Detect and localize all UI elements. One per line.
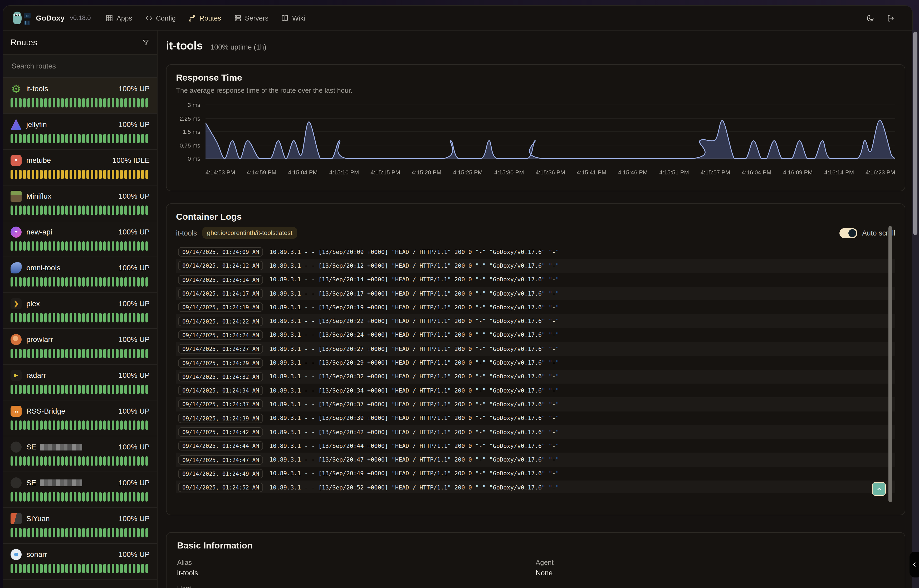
nav-item-wiki[interactable]: Wiki [281,14,305,22]
uptime-label: 100% uptime (1h) [210,43,266,51]
moon-icon [866,13,875,23]
field-value: it-tools [177,569,536,577]
log-scrollbar-thumb[interactable] [888,226,892,502]
x-tick-label: 4:15:41 PM [577,169,607,176]
x-tick-label: 4:14:53 PM [205,169,235,176]
log-timestamp: 09/14/2025, 01:24:34 AM [178,386,263,395]
x-tick-label: 4:15:10 PM [329,169,359,176]
x-tick-label: 4:15:30 PM [494,169,524,176]
log-timestamp: 09/14/2025, 01:24:52 AM [178,483,263,492]
route-item[interactable]: omni-tools100% UP [3,257,157,293]
log-timestamp: 09/14/2025, 01:24:42 AM [178,427,263,437]
route-name: new-api [26,228,52,236]
x-tick-label: 4:16:04 PM [742,169,772,176]
x-tick-label: 4:16:09 PM [783,169,813,176]
response-time-chart: 3 ms2.25 ms1.5 ms0.75 ms0 ms 4:14:53 PM4… [176,100,895,179]
auto-scroll-toggle[interactable] [840,228,858,238]
nav-item-config[interactable]: Config [145,14,176,22]
log-list: 09/14/2025, 01:24:09 AM10.89.3.1 - - [13… [176,245,895,493]
route-item[interactable]: ▶radarr100% UP [3,365,157,401]
letter-avatar-icon [11,477,22,488]
logs-meta-row: it-tools ghcr.io/corentinth/it-tools:lat… [176,227,895,239]
route-item[interactable]: sonarr100% UP [3,544,157,580]
redacted-name-pixelation [40,443,82,450]
uptime-bars [11,420,150,430]
route-item[interactable]: SE100% UP [3,472,157,508]
scroll-to-top-button[interactable] [872,482,886,496]
log-timestamp: 09/14/2025, 01:24:37 AM [178,400,263,409]
x-tick-label: 4:16:23 PM [866,169,895,176]
log-message: 10.89.3.1 - - [13/Sep/20:32 +0000] "HEAD… [270,373,559,380]
uptime-bars [11,205,150,215]
x-tick-label: 4:15:04 PM [288,169,318,176]
log-row: 09/14/2025, 01:24:47 AM10.89.3.1 - - [13… [176,453,895,467]
route-item[interactable]: ✦new-api100% UP [3,221,157,257]
route-item[interactable]: SE100% UP [3,436,157,472]
log-timestamp: 09/14/2025, 01:24:39 AM [178,414,263,423]
log-row: 09/14/2025, 01:24:52 AM10.89.3.1 - - [13… [176,480,895,493]
gopher-mascot-icon [13,11,22,24]
log-message: 10.89.3.1 - - [13/Sep/20:22 +0000] "HEAD… [270,318,559,325]
y-tick-label: 3 ms [187,102,200,108]
route-list: ⚙it-tools100% UPjellyfin100% UP▼metube10… [3,78,157,588]
logout-button[interactable] [886,13,895,23]
nav-item-apps[interactable]: Apps [106,14,132,22]
page-scrollbar-thumb[interactable] [913,32,917,235]
log-row: 09/14/2025, 01:24:42 AM10.89.3.1 - - [13… [176,425,895,439]
log-timestamp: 09/14/2025, 01:24:09 AM [178,247,263,257]
log-timestamp: 09/14/2025, 01:24:27 AM [178,344,263,354]
log-row: 09/14/2025, 01:24:37 AM10.89.3.1 - - [13… [176,397,895,412]
nav-item-routes[interactable]: Routes [188,14,221,22]
theme-toggle-button[interactable] [866,13,875,23]
basic-info-card: Basic Information Alias it-tools Agent N… [166,532,905,588]
chevron-up-icon [875,486,882,493]
y-tick-label: 2.25 ms [180,115,200,121]
route-name: SiYuan [26,514,50,523]
y-tick-label: 0.75 ms [180,142,200,148]
field-label: Agent [536,559,894,566]
route-item[interactable]: prowlarr100% UP [3,329,157,365]
jellyfin-icon [11,119,22,130]
log-timestamp: 09/14/2025, 01:24:49 AM [178,469,263,478]
plex-icon: ❯ [11,298,22,309]
chart-plot-area [205,100,895,167]
log-row: 09/14/2025, 01:24:32 AM10.89.3.1 - - [13… [176,370,895,384]
x-tick-label: 4:16:14 PM [824,169,854,176]
log-message: 10.89.3.1 - - [13/Sep/20:14 +0000] "HEAD… [270,276,559,283]
uptime-bars [11,313,150,323]
uptime-bars [11,241,150,251]
route-status: 100% UP [119,514,150,523]
route-item[interactable]: ▼metube100% IDLE [3,150,157,186]
prowlarr-icon [11,334,22,345]
page-scrollbar[interactable] [912,30,919,588]
radarr-icon: ▶ [11,370,22,381]
field-label: Alias [177,559,536,566]
filter-icon[interactable] [142,39,150,46]
search-input[interactable] [11,61,150,70]
route-item[interactable]: ❯plex100% UP [3,293,157,329]
page-title: it-tools [166,39,203,52]
route-name: SE [26,478,82,487]
page-header: it-tools 100% uptime (1h) [166,39,905,55]
route-item[interactable]: SiYuan100% UP [3,508,157,544]
route-item[interactable]: Miniflux100% UP [3,186,157,221]
x-tick-label: 4:15:25 PM [453,169,483,176]
route-item[interactable]: ⚙it-tools100% UP [3,78,157,114]
route-name: it-tools [26,84,48,93]
letter-avatar-icon [11,441,22,452]
main-content: it-tools 100% uptime (1h) Response Time … [158,30,912,588]
route-item[interactable]: jellyfin100% UP [3,114,157,150]
route-name: SE [26,443,82,451]
code-brackets-icon [145,14,153,22]
log-message: 10.89.3.1 - - [13/Sep/20:49 +0000] "HEAD… [270,470,559,477]
route-item[interactable]: rssRSS-Bridge100% UP [3,401,157,436]
route-name: Miniflux [26,192,52,200]
drawer-handle[interactable] [909,552,919,577]
field-host: Host [177,584,536,588]
route-status: 100% UP [119,550,150,559]
route-item-partial [3,580,157,588]
basic-info-title: Basic Information [177,541,894,551]
log-row: 09/14/2025, 01:24:49 AM10.89.3.1 - - [13… [176,467,895,481]
nav-item-servers[interactable]: Servers [234,14,268,22]
route-status: 100% UP [119,478,150,487]
